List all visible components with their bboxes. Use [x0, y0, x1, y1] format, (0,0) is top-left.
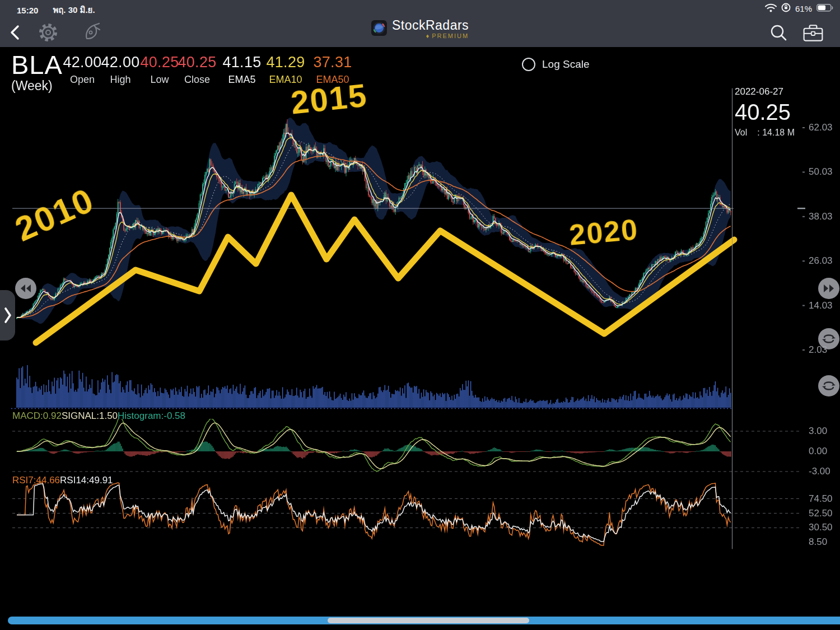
timeframe-label: (Week)	[11, 78, 53, 94]
rsi-axis-label: 30.50	[809, 522, 833, 533]
quote-value: 40.25	[174, 54, 221, 71]
rsi-axis-label: 8.50	[809, 536, 827, 548]
draw-pen-icon[interactable]	[82, 21, 104, 44]
rotation-lock-icon	[781, 3, 791, 14]
rsi-status-part: RSI7:44.66	[12, 475, 60, 486]
rewind-button[interactable]	[15, 278, 36, 299]
loop-compare-button-1[interactable]	[818, 328, 839, 349]
macd-axis-label: -3.00	[809, 466, 830, 477]
rsi-axis-label: 74.50	[809, 493, 833, 505]
quote-label: Close	[174, 74, 221, 86]
macd-status-line: MACD:0.92SIGNAL:1.50Histogram:-0.58	[12, 410, 185, 422]
battery-icon	[816, 4, 833, 13]
macd-status-part: MACD:0.92	[12, 410, 62, 421]
quote-value: 41.15	[218, 54, 265, 71]
diamond-icon: ♦	[426, 33, 431, 39]
app-window: 15:20 พฤ. 30 มิ.ย. 61%	[0, 0, 840, 630]
symbol-title: BLA	[11, 49, 63, 80]
crosshair-date: 2022-06-27	[735, 87, 795, 96]
quote-field-close: 40.25Close	[174, 54, 221, 86]
price-axis-label: 62.03	[809, 122, 833, 133]
horizontal-scrollbar-thumb[interactable]	[328, 618, 529, 623]
macd-status-part: SIGNAL:1.50	[62, 410, 118, 421]
price-axis-label: 38.03	[809, 211, 833, 222]
rsi-status-part: RSI14:49.91	[60, 475, 113, 486]
quote-field-ema5: 41.15EMA5	[218, 54, 265, 86]
crosshair-price: 40.25	[735, 101, 795, 123]
portfolio-briefcase-icon[interactable]	[802, 21, 824, 44]
nav-bar: StockRadars ♦PREMIUM	[0, 16, 840, 47]
rsi-status-line: RSI7:44.66RSI14:49.91	[12, 475, 113, 486]
battery-percent: 61%	[795, 4, 812, 13]
quote-label: EMA5	[218, 74, 265, 86]
search-icon[interactable]	[767, 21, 790, 44]
status-right: 61%	[765, 3, 833, 14]
brand-logo: StockRadars ♦PREMIUM	[371, 19, 469, 39]
macd-axis-label: 0.00	[809, 446, 827, 457]
quote-field-ema10: 41.29EMA10	[262, 54, 309, 86]
back-button[interactable]	[4, 21, 27, 44]
year-annotation-2015: 2015	[289, 76, 369, 122]
brand-premium-badge: ♦PREMIUM	[426, 33, 469, 39]
brand-text: StockRadars ♦PREMIUM	[392, 19, 469, 39]
sidebar-pull-tab[interactable]	[0, 290, 15, 340]
settings-gear-icon[interactable]	[37, 21, 59, 44]
year-annotation-2020: 2020	[568, 212, 640, 252]
status-date: พฤ. 30 มิ.ย.	[53, 3, 95, 17]
fast-forward-button[interactable]	[818, 278, 839, 299]
chart-canvas[interactable]	[0, 0, 840, 630]
crosshair-readout: 2022-06-27 40.25 Vol : 14.18 M	[735, 87, 795, 137]
loop-compare-button-2[interactable]	[818, 375, 839, 396]
log-scale-label: Log Scale	[542, 58, 590, 71]
crosshair-volume: Vol : 14.18 M	[735, 128, 795, 137]
brand-name: StockRadars	[392, 19, 469, 32]
price-axis-label: 26.03	[809, 255, 833, 267]
rsi-axis-label: 52.50	[809, 508, 833, 519]
status-left: 15:20 พฤ. 30 มิ.ย.	[17, 3, 95, 17]
price-axis-label: 14.03	[809, 300, 833, 311]
quote-value: 41.29	[262, 54, 309, 71]
log-scale-toggle[interactable]: Log Scale	[522, 58, 590, 71]
price-axis-label: 50.03	[809, 166, 833, 178]
clock: 15:20	[17, 6, 38, 15]
stockradars-globe-icon	[371, 20, 387, 38]
log-scale-radio[interactable]	[522, 58, 535, 71]
status-bar: 15:20 พฤ. 30 มิ.ย. 61%	[0, 0, 840, 16]
macd-axis-label: 3.00	[809, 426, 827, 437]
quote-value: 37.31	[309, 54, 356, 71]
macd-status-part: Histogram:-0.58	[118, 410, 185, 421]
wifi-icon	[765, 3, 777, 14]
